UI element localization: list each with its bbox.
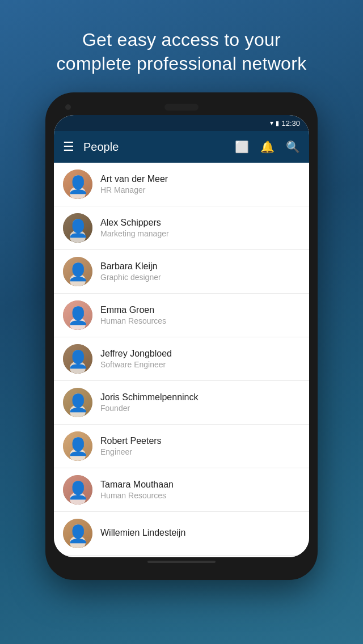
list-item[interactable]: Barbara KleijnGraphic designer [54,250,309,294]
person-info: Emma GroenHuman Resources [100,305,166,325]
person-name: Tamara Mouthaan [100,480,174,490]
avatar [63,257,92,286]
list-item[interactable]: Willemien Lindesteijn [54,512,309,556]
person-name: Willemien Lindesteijn [100,528,185,538]
app-bar: ☰ People ⬜ 🔔 🔍 [54,131,309,163]
person-info: Art van der MeerHR Manager [100,174,168,194]
svg-point-13 [70,448,86,461]
hamburger-menu-icon[interactable]: ☰ [63,139,74,154]
message-icon[interactable]: ⬜ [235,140,249,154]
person-name: Jeffrey Jongbloed [100,349,172,359]
svg-point-5 [70,274,86,286]
home-indicator [147,561,216,563]
svg-point-4 [73,262,83,273]
list-item[interactable]: Art van der MeerHR Manager [54,163,309,206]
person-role: Engineer [100,447,162,456]
person-role: Marketing manager [100,229,169,238]
avatar [63,431,92,461]
battery-icon: ▮ [276,120,279,127]
app-title: People [83,141,119,154]
person-info: Robert PeetersEngineer [100,436,162,456]
person-info: Alex SchippersMarketing manager [100,218,169,238]
person-role: HR Manager [100,185,168,194]
app-bar-right: ⬜ 🔔 🔍 [235,140,300,154]
avatar [63,213,92,243]
notification-icon[interactable]: 🔔 [260,140,275,154]
avatar [63,344,92,374]
svg-point-3 [70,230,86,243]
list-item[interactable]: Joris SchimmelpenninckFounder [54,381,309,425]
app-bar-left: ☰ People [63,139,119,154]
svg-point-16 [73,524,83,535]
status-time: 12:30 [281,119,300,128]
avatar [63,300,92,330]
wifi-icon: ▾ [270,119,273,127]
status-icons: ▾ ▮ 12:30 [270,119,300,128]
svg-point-9 [70,361,86,374]
svg-point-17 [70,536,86,548]
svg-point-10 [73,393,83,404]
person-info: Joris SchimmelpenninckFounder [100,392,199,413]
svg-point-2 [73,219,83,229]
people-list: Art van der MeerHR ManagerAlex Schippers… [54,163,309,557]
search-icon[interactable]: 🔍 [286,140,300,154]
status-bar: ▾ ▮ 12:30 [54,115,309,131]
person-info: Tamara MouthaanHuman Resources [100,480,174,500]
svg-point-7 [70,317,86,330]
person-role: Graphic designer [100,273,161,282]
list-item[interactable]: Tamara MouthaanHuman Resources [54,468,309,512]
avatar [63,475,92,505]
svg-point-11 [70,405,86,417]
person-name: Barbara Kleijn [100,261,161,272]
person-name: Joris Schimmelpenninck [100,392,199,402]
person-role: Human Resources [100,491,174,500]
phone-mockup: ▾ ▮ 12:30 ☰ People ⬜ 🔔 🔍 Art van der Mee… [45,92,318,580]
avatar [63,388,92,417]
person-role: Founder [100,404,199,413]
person-info: Willemien Lindesteijn [100,528,185,539]
person-info: Barbara KleijnGraphic designer [100,261,161,282]
person-role: Software Engineer [100,360,172,369]
svg-point-12 [73,437,83,447]
person-role: Human Resources [100,316,166,325]
person-name: Art van der Meer [100,174,168,184]
phone-screen: ▾ ▮ 12:30 ☰ People ⬜ 🔔 🔍 Art van der Mee… [54,115,309,557]
svg-point-15 [70,492,86,505]
front-camera [65,104,71,110]
svg-point-14 [73,481,83,491]
svg-point-6 [73,306,83,316]
phone-top-bar [54,101,309,115]
person-info: Jeffrey JongbloedSoftware Engineer [100,349,172,369]
person-name: Robert Peeters [100,436,162,446]
person-name: Emma Groen [100,305,166,315]
page-headline: Get easy access to your complete profess… [0,0,363,92]
svg-point-8 [73,350,83,360]
list-item[interactable]: Jeffrey JongbloedSoftware Engineer [54,337,309,381]
svg-point-0 [73,175,83,185]
list-item[interactable]: Emma GroenHuman Resources [54,294,309,337]
list-item[interactable]: Robert PeetersEngineer [54,425,309,468]
avatar [63,519,92,548]
avatar [63,170,92,199]
svg-point-1 [70,187,86,199]
list-item[interactable]: Alex SchippersMarketing manager [54,206,309,250]
phone-speaker [164,104,199,111]
person-name: Alex Schippers [100,218,169,228]
